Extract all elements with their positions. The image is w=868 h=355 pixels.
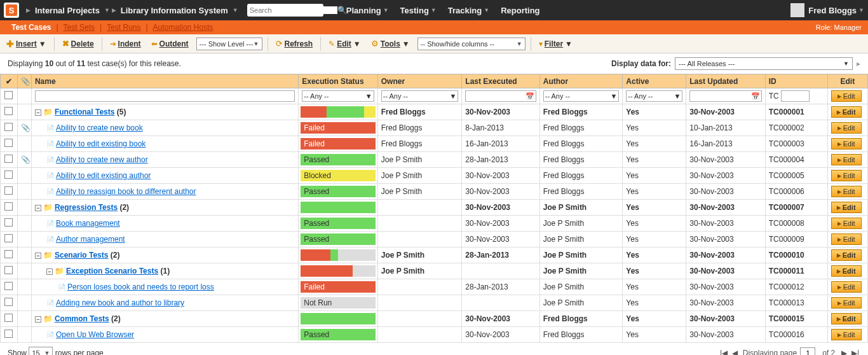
col-updated[interactable]: Last Updated (686, 74, 765, 88)
app-logo[interactable]: S (4, 3, 19, 18)
search-box[interactable]: 🔍 (247, 4, 323, 17)
filter-name-input[interactable] (35, 90, 295, 102)
col-status[interactable]: Execution Status (299, 74, 377, 88)
col-author[interactable]: Author (539, 74, 623, 88)
expand-icon[interactable]: − (35, 109, 41, 116)
next-page-button[interactable]: ▶ (840, 349, 848, 355)
edit-row-button[interactable]: ▶Edit (831, 233, 862, 245)
test-case-link[interactable]: Ability to edit existing book (56, 139, 146, 148)
test-case-link[interactable]: Book management (56, 219, 120, 228)
row-checkbox[interactable] (4, 266, 13, 274)
user-menu[interactable]: Fred Bloggs ▼ (790, 3, 864, 17)
edit-row-button[interactable]: ▶Edit (831, 202, 862, 213)
edit-row-button[interactable]: ▶Edit (831, 106, 862, 118)
test-case-link[interactable]: Author management (56, 235, 125, 244)
filter-author-select[interactable]: -- Any --▼ (543, 90, 620, 102)
edit-row-button[interactable]: ▶Edit (831, 170, 862, 181)
row-checkbox[interactable] (4, 139, 13, 147)
row-checkbox[interactable] (4, 155, 13, 163)
col-name[interactable]: Name (31, 74, 298, 88)
edit-row-button[interactable]: ▶Edit (831, 265, 862, 277)
edit-row-button[interactable]: ▶Edit (831, 138, 862, 150)
outdent-button[interactable]: ⬅Outdent (149, 38, 191, 50)
test-case-link[interactable]: Person loses book and needs to report lo… (67, 282, 214, 291)
row-checkbox[interactable] (4, 298, 13, 306)
filter-status-select[interactable]: -- Any --▼ (302, 90, 374, 102)
breadcrumb-subproject[interactable]: Library Information System (118, 6, 231, 15)
test-case-link[interactable]: Functional Tests (55, 108, 114, 116)
row-checkbox[interactable] (4, 250, 13, 258)
expand-icon[interactable]: − (35, 205, 41, 211)
filter-edit-button[interactable]: ▶Edit (831, 90, 862, 102)
dropdown-icon[interactable]: ▼ (104, 7, 110, 13)
row-checkbox[interactable] (4, 107, 13, 115)
select-all-checkbox[interactable] (4, 91, 13, 99)
test-case-link[interactable]: Ability to create new book (56, 123, 143, 132)
refresh-button[interactable]: ⟳Refresh (273, 38, 316, 50)
delete-button[interactable]: ✖Delete (60, 38, 97, 50)
edit-row-button[interactable]: ▶Edit (831, 186, 862, 197)
edit-row-button[interactable]: ▶Edit (831, 281, 862, 293)
edit-row-button[interactable]: ▶Edit (831, 218, 862, 229)
menu-testing[interactable]: Testing▼ (397, 6, 440, 15)
edit-row-button[interactable]: ▶Edit (831, 297, 862, 309)
test-case-link[interactable]: Regression Tests (55, 203, 118, 212)
filter-button[interactable]: ▾Filter▼ (536, 38, 575, 50)
first-page-button[interactable]: |◀ (719, 349, 729, 355)
page-size-select[interactable]: 15▼ (29, 347, 53, 355)
tab-test-sets[interactable]: Test Sets (58, 23, 100, 32)
filter-lastexec-date[interactable]: 📅 (465, 90, 536, 102)
row-checkbox[interactable] (4, 123, 13, 131)
col-id[interactable]: ID (765, 74, 827, 88)
filter-owner-select[interactable]: -- Any --▼ (381, 90, 459, 102)
filter-id-input[interactable] (781, 90, 810, 102)
edit-row-button[interactable]: ▶Edit (831, 122, 862, 134)
insert-button[interactable]: ✚Insert▼ (4, 38, 49, 50)
row-checkbox[interactable] (4, 282, 13, 290)
edit-row-button[interactable]: ▶Edit (831, 154, 862, 165)
test-case-link[interactable]: Ability to reassign book to different au… (56, 187, 196, 196)
test-case-link[interactable]: Exception Scenario Tests (66, 267, 158, 275)
row-checkbox[interactable] (4, 330, 13, 338)
menu-reporting[interactable]: Reporting (497, 6, 543, 15)
edit-row-button[interactable]: ▶Edit (831, 249, 862, 261)
edit-row-button[interactable]: ▶Edit (831, 313, 862, 324)
last-page-button[interactable]: ▶| (850, 349, 860, 355)
show-level-select[interactable]: --- Show Level ---▼ (196, 38, 262, 50)
show-hide-columns-select[interactable]: -- Show/hide columns --▼ (417, 38, 526, 50)
row-checkbox[interactable] (4, 202, 13, 211)
test-case-link[interactable]: Scenario Tests (55, 251, 108, 260)
go-icon[interactable]: ▸ (857, 59, 860, 68)
edit-menu-button[interactable]: ✎Edit▼ (326, 38, 363, 50)
row-checkbox[interactable] (4, 218, 13, 226)
expand-icon[interactable]: − (35, 253, 41, 259)
col-check[interactable]: ✔ (1, 74, 18, 88)
menu-planning[interactable]: Planning▼ (342, 6, 393, 15)
tab-test-runs[interactable]: Test Runs (102, 23, 146, 32)
filter-updated-date[interactable]: 📅 (689, 90, 761, 102)
expand-icon[interactable]: − (46, 268, 53, 275)
row-checkbox[interactable] (4, 314, 13, 322)
tab-test-cases[interactable]: Test Cases (6, 23, 56, 32)
expand-icon[interactable]: − (35, 316, 41, 323)
release-select[interactable]: --- All Releases ---▼ (675, 57, 853, 70)
filter-active-select[interactable]: -- Any --▼ (626, 90, 682, 102)
row-checkbox[interactable] (4, 234, 13, 242)
indent-button[interactable]: ➔Indent (107, 38, 144, 50)
col-attachment[interactable]: 📎 (17, 74, 31, 88)
breadcrumb-project[interactable]: Internal Projects (32, 6, 102, 15)
prev-page-button[interactable]: ◀ (731, 349, 739, 355)
search-input[interactable] (250, 6, 337, 14)
row-checkbox[interactable] (4, 171, 13, 179)
tab-automation-hosts[interactable]: Automation Hosts (148, 23, 219, 32)
tools-button[interactable]: ⚙Tools▼ (369, 38, 412, 50)
test-case-link[interactable]: Common Tests (55, 314, 109, 323)
test-case-link[interactable]: Open Up Web Browser (56, 330, 134, 339)
col-owner[interactable]: Owner (377, 74, 462, 88)
menu-tracking[interactable]: Tracking▼ (444, 6, 493, 15)
col-active[interactable]: Active (623, 74, 686, 88)
test-case-link[interactable]: Ability to edit existing author (56, 171, 151, 180)
test-case-link[interactable]: Adding new book and author to library (56, 298, 184, 307)
test-case-link[interactable]: Ability to create new author (56, 155, 148, 164)
col-last-exec[interactable]: Last Executed (462, 74, 539, 88)
